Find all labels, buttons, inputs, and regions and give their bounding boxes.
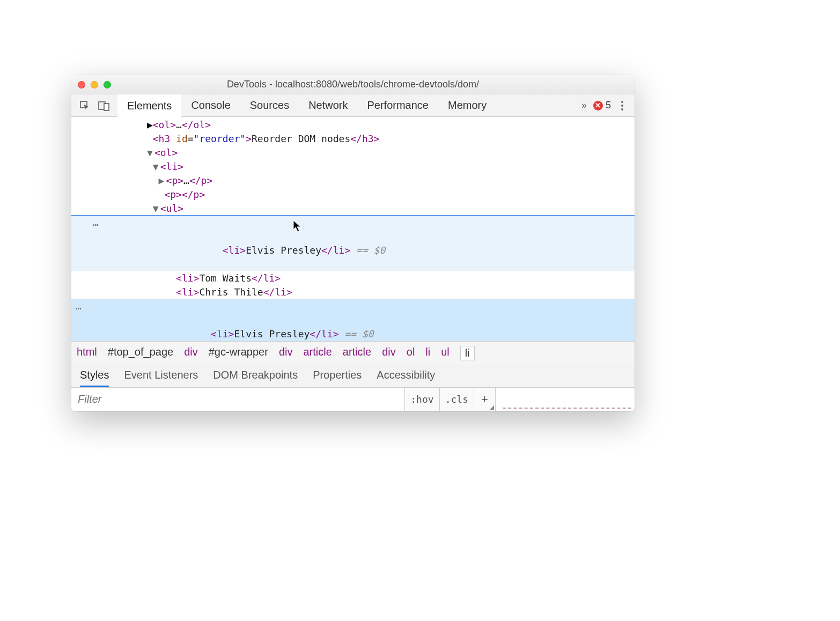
error-count-badge[interactable]: ✕ 5: [593, 100, 611, 111]
breadcrumb: html #top_of_page div #gc-wrapper div ar…: [71, 341, 635, 365]
window-controls: [78, 81, 111, 88]
inspect-element-icon[interactable]: [79, 100, 91, 112]
device-toolbar-icon[interactable]: [98, 100, 110, 112]
class-toggle-button[interactable]: .cls: [439, 388, 474, 411]
settings-menu-button[interactable]: [617, 101, 627, 110]
close-window-button[interactable]: [78, 81, 85, 88]
tab-elements[interactable]: Elements: [117, 94, 181, 116]
breadcrumb-item[interactable]: #top_of_page: [108, 346, 173, 360]
window-title: DevTools - localhost:8080/web/tools/chro…: [71, 79, 635, 90]
main-toolbar: Elements Console Sources Network Perform…: [71, 94, 635, 117]
tab-dom-breakpoints[interactable]: DOM Breakpoints: [213, 369, 298, 387]
error-icon: ✕: [593, 101, 603, 110]
breadcrumb-item[interactable]: ul: [441, 346, 450, 360]
tree-row[interactable]: ▼<li>: [71, 160, 635, 174]
tab-properties[interactable]: Properties: [313, 369, 362, 387]
filter-input[interactable]: [71, 388, 404, 411]
error-count: 5: [606, 100, 611, 111]
overflow-tabs-button[interactable]: »: [581, 100, 587, 111]
tree-row[interactable]: <p></p>: [71, 188, 635, 202]
panel-tabs: Elements Console Sources Network Perform…: [117, 94, 496, 116]
breadcrumb-item[interactable]: div: [184, 346, 198, 360]
tab-console[interactable]: Console: [181, 94, 240, 116]
breadcrumb-item[interactable]: html: [77, 346, 97, 360]
tree-row[interactable]: <li>Chris Thile</li>: [71, 285, 635, 299]
breadcrumb-item[interactable]: article: [303, 346, 331, 360]
tree-row[interactable]: ▶<ol>…</ol>: [71, 118, 635, 132]
tree-row[interactable]: <li>Tom Waits</li>: [71, 271, 635, 285]
breadcrumb-item[interactable]: article: [343, 346, 371, 360]
titlebar: DevTools - localhost:8080/web/tools/chro…: [71, 75, 635, 94]
drag-handle-icon: …: [93, 216, 100, 230]
tree-row[interactable]: ▼<ol>: [71, 146, 635, 160]
tab-performance[interactable]: Performance: [358, 94, 439, 116]
devtools-window: DevTools - localhost:8080/web/tools/chro…: [71, 75, 635, 411]
chevron-down-icon[interactable]: ▼: [153, 160, 160, 174]
minimize-window-button[interactable]: [91, 81, 98, 88]
breadcrumb-item-selected[interactable]: li: [460, 346, 475, 360]
drag-handle-icon: …: [76, 299, 83, 313]
new-style-rule-button[interactable]: +: [474, 388, 495, 411]
breadcrumb-item[interactable]: ol: [407, 346, 415, 360]
tree-row[interactable]: ▼<ul>: [71, 202, 635, 216]
breadcrumb-item[interactable]: div: [382, 346, 396, 360]
chevron-down-icon[interactable]: ▼: [153, 202, 160, 216]
tree-row-dragging[interactable]: … <li>Elvis Presley</li> == $0: [71, 216, 635, 271]
tab-event-listeners[interactable]: Event Listeners: [124, 369, 198, 387]
dom-tree[interactable]: ▶<ol>…</ol> <h3 id="reorder">Reorder DOM…: [71, 117, 635, 341]
chevron-down-icon[interactable]: ▼: [147, 146, 154, 160]
tree-row[interactable]: ▶<p>…</p>: [71, 174, 635, 188]
tab-styles[interactable]: Styles: [80, 369, 109, 387]
zoom-window-button[interactable]: [104, 81, 111, 88]
tab-network[interactable]: Network: [299, 94, 357, 116]
breadcrumb-item[interactable]: div: [279, 346, 293, 360]
styles-filter-bar: :hov .cls +: [71, 388, 635, 411]
breadcrumb-item[interactable]: #gc-wrapper: [209, 346, 268, 360]
chevron-right-icon[interactable]: ▶: [159, 174, 166, 188]
breadcrumb-item[interactable]: li: [425, 346, 430, 360]
svg-rect-2: [104, 104, 109, 110]
tab-sources[interactable]: Sources: [240, 94, 299, 116]
tree-row[interactable]: <h3 id="reorder">Reorder DOM nodes</h3>: [71, 132, 635, 146]
styles-pane-tabs: Styles Event Listeners DOM Breakpoints P…: [71, 365, 635, 388]
box-model-pane: [495, 388, 635, 411]
tree-row-selected[interactable]: … <li>Elvis Presley</li> == $0: [71, 299, 635, 341]
hover-state-button[interactable]: :hov: [404, 388, 439, 411]
tab-accessibility[interactable]: Accessibility: [377, 369, 435, 387]
tab-memory[interactable]: Memory: [438, 94, 496, 116]
